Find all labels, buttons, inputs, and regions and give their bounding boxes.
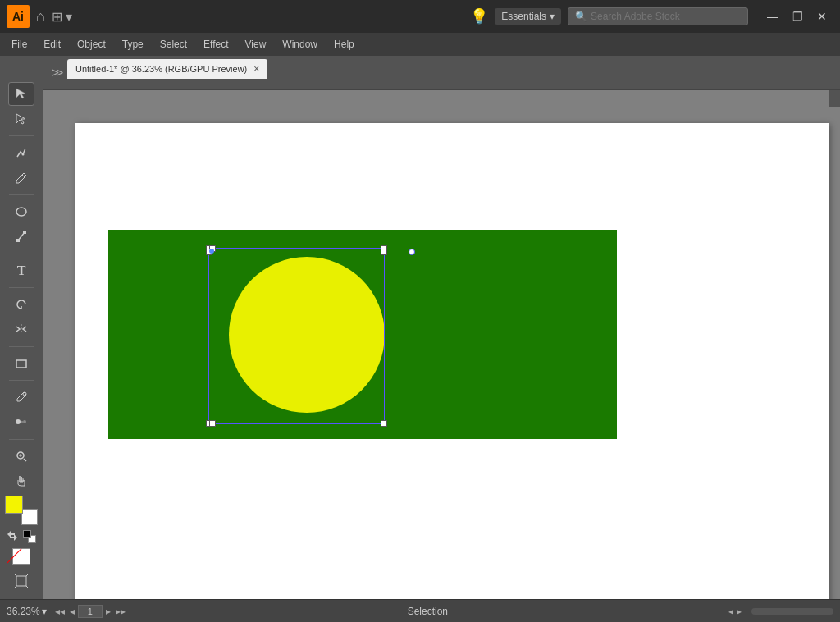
tool-separator-6 xyxy=(9,380,34,381)
menu-effect[interactable]: Effect xyxy=(195,35,236,53)
grid-icon[interactable]: ⊞ ▾ xyxy=(52,9,72,25)
center-dot xyxy=(209,249,214,254)
svg-rect-2 xyxy=(16,239,20,242)
rotate-tool-button[interactable] xyxy=(8,293,34,316)
title-bar: Ai ⌂ ⊞ ▾ 💡 Essentials ▾ 🔍 — ❐ ✕ xyxy=(0,0,840,33)
tab-overflow-icon[interactable]: ≫ xyxy=(52,66,64,79)
blend-tool-button[interactable] xyxy=(8,410,34,433)
pencil-tool-button[interactable] xyxy=(8,166,34,189)
foreground-swatch[interactable] xyxy=(5,496,23,514)
color-swatches[interactable] xyxy=(5,496,38,525)
scroll-slider[interactable] xyxy=(751,608,833,615)
type-tool-button[interactable]: T xyxy=(8,258,34,281)
tool-separator-3 xyxy=(9,254,34,254)
zoom-tool-button[interactable] xyxy=(8,445,34,468)
handle-ml[interactable] xyxy=(206,249,212,255)
zoom-value: 36.23% xyxy=(7,606,40,617)
tool-label: Selection xyxy=(130,606,725,617)
maximize-button[interactable]: ❐ xyxy=(786,5,809,28)
scrollbar-top[interactable] xyxy=(43,79,840,90)
svg-point-7 xyxy=(23,420,26,423)
swap-colors-button[interactable] xyxy=(7,530,20,543)
nav-controls: ◂◂ ◂ ▸ ▸▸ xyxy=(53,605,127,618)
svg-point-0 xyxy=(22,153,25,156)
page-input[interactable] xyxy=(78,605,103,618)
artboard xyxy=(75,123,829,599)
status-bar: 36.23% ◂◂ ◂ ▸ ▸▸ Selection ◂ ▸ xyxy=(0,599,840,622)
tool-separator-5 xyxy=(9,346,34,347)
search-icon: 🔍 xyxy=(575,11,587,22)
hand-tool-button[interactable] xyxy=(8,469,34,492)
tool-separator-4 xyxy=(9,287,34,288)
pen-tool-button[interactable] xyxy=(8,141,34,164)
bottom-prev[interactable]: ◂ xyxy=(728,606,733,617)
svg-point-1 xyxy=(16,208,26,216)
green-rectangle[interactable] xyxy=(108,230,617,439)
first-page-button[interactable]: ◂◂ xyxy=(53,606,66,617)
next-page-button[interactable]: ▸ xyxy=(104,606,112,617)
svg-rect-9 xyxy=(16,576,26,586)
handle-tc[interactable] xyxy=(209,245,216,252)
zoom-selector[interactable]: 36.23% xyxy=(7,606,47,617)
handle-tl[interactable] xyxy=(206,245,212,252)
close-button[interactable]: ✕ xyxy=(810,5,833,28)
search-box[interactable]: 🔍 xyxy=(568,7,748,25)
lightbulb-icon[interactable]: 💡 xyxy=(470,7,488,25)
document-tab[interactable]: Untitled-1* @ 36.23% (RGB/GPU Preview) × xyxy=(67,59,267,79)
line-tool-button[interactable] xyxy=(8,225,34,248)
svg-point-6 xyxy=(16,419,21,424)
home-icon[interactable]: ⌂ xyxy=(36,8,45,25)
background-swatch[interactable] xyxy=(21,509,38,525)
minimize-button[interactable]: — xyxy=(761,5,784,28)
search-input[interactable] xyxy=(591,11,741,22)
handle-bc[interactable] xyxy=(209,420,216,427)
selection-tool-button[interactable] xyxy=(8,82,34,106)
zoom-dropdown-icon[interactable] xyxy=(42,606,47,617)
reflect-tool-button[interactable] xyxy=(8,318,34,341)
handle-br[interactable] xyxy=(381,420,387,427)
direct-selection-tool-button[interactable] xyxy=(8,107,34,130)
tool-separator-2 xyxy=(9,194,34,195)
svg-rect-4 xyxy=(16,360,26,368)
ai-logo: Ai xyxy=(7,5,30,28)
transform-handle[interactable] xyxy=(409,249,415,255)
rectangle-tool-button[interactable] xyxy=(8,351,34,374)
menu-select[interactable]: Select xyxy=(152,35,195,53)
svg-rect-3 xyxy=(23,231,26,234)
tab-title: Untitled-1* @ 36.23% (RGB/GPU Preview) xyxy=(75,64,247,74)
menu-type[interactable]: Type xyxy=(114,35,152,53)
eyedropper-tool-button[interactable] xyxy=(8,386,34,409)
default-colors-button[interactable] xyxy=(23,530,36,543)
handle-mr[interactable] xyxy=(381,249,387,255)
handle-bl[interactable] xyxy=(206,420,212,427)
prev-page-button[interactable]: ◂ xyxy=(68,606,76,617)
handle-tr[interactable] xyxy=(381,245,387,252)
tool-separator-1 xyxy=(9,135,34,136)
main-content: T xyxy=(0,79,840,599)
menu-window[interactable]: Window xyxy=(274,35,326,53)
ellipse-tool-button[interactable] xyxy=(8,200,34,223)
bottom-next[interactable]: ▸ xyxy=(737,606,742,617)
tab-close-button[interactable]: × xyxy=(253,63,259,75)
artboard-tool-button[interactable] xyxy=(8,569,34,592)
tool-separator-7 xyxy=(9,439,34,440)
swap-default-row xyxy=(7,530,36,543)
canvas-wrapper[interactable] xyxy=(43,79,840,599)
menu-help[interactable]: Help xyxy=(326,35,363,53)
menu-object[interactable]: Object xyxy=(69,35,114,53)
bottom-nav: ◂ ▸ xyxy=(728,606,742,617)
toolbar-left: T xyxy=(0,79,43,599)
menu-file[interactable]: File xyxy=(3,35,35,53)
menu-edit[interactable]: Edit xyxy=(35,35,69,53)
workspace-selector[interactable]: Essentials ▾ xyxy=(495,8,561,25)
none-swatch[interactable] xyxy=(12,548,30,565)
yellow-circle[interactable] xyxy=(229,257,385,413)
menu-bar: File Edit Object Type Select Effect View… xyxy=(0,33,840,56)
tab-bar: ≫ Untitled-1* @ 36.23% (RGB/GPU Preview)… xyxy=(0,56,840,79)
menu-view[interactable]: View xyxy=(237,35,275,53)
window-controls: — ❐ ✕ xyxy=(761,5,833,28)
last-page-button[interactable]: ▸▸ xyxy=(114,606,127,617)
